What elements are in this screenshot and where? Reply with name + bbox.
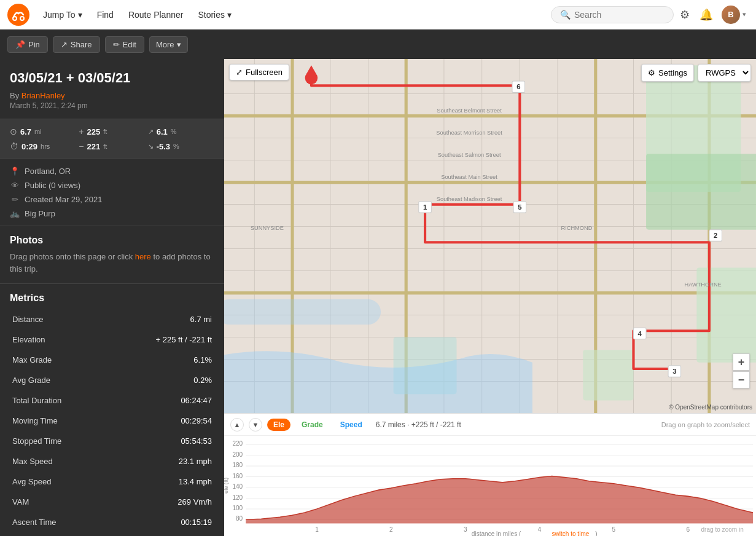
notifications-btn[interactable]: 🔔 <box>696 4 717 25</box>
metric-value: 269 Vm/h <box>106 492 213 511</box>
metric-label: Stopped Time <box>11 432 105 451</box>
more-button[interactable]: More ▾ <box>149 36 188 53</box>
metric-value: 00:14:35 <box>106 533 213 536</box>
settings-btn[interactable]: ⚙ <box>676 4 693 25</box>
navbar: Jump To ▾ Find Route Planner Stories ▾ 🔍… <box>0 0 756 30</box>
metrics-row: Elevation + 225 ft / -221 ft <box>11 330 213 349</box>
metric-value: 13.4 mph <box>106 472 213 491</box>
svg-point-0 <box>7 4 29 26</box>
svg-rect-43 <box>224 299 381 325</box>
svg-text:Southeast Main Street: Southeast Main Street <box>441 174 497 180</box>
metric-label: Ascent Time <box>11 513 105 532</box>
created-meta: ✏ Created Mar 29, 2021 <box>10 195 214 204</box>
metric-value: 05:54:53 <box>106 432 213 451</box>
metrics-row: Moving Time 00:29:54 <box>11 411 213 430</box>
main-content: 03/05/21 + 03/05/21 By BrianHanley March… <box>0 59 756 536</box>
avatar-btn[interactable]: B ▾ <box>719 3 749 26</box>
svg-text:180: 180 <box>232 462 243 468</box>
find-btn[interactable]: Find <box>91 6 120 23</box>
left-panel: 03/05/21 + 03/05/21 By BrianHanley March… <box>0 59 224 536</box>
trip-title: 03/05/21 + 03/05/21 <box>10 70 214 86</box>
elevation-stats: 6.7 miles · +225 ft / -221 ft <box>376 420 461 429</box>
svg-text:2: 2 <box>389 526 393 533</box>
map-top-right: ⚙ Settings RWGPS OSM Satellite <box>641 64 751 82</box>
zoom-out-button[interactable]: − <box>733 371 750 388</box>
search-container: 🔍 <box>551 6 674 23</box>
elevation-down-stat: − 221 ft <box>79 141 145 151</box>
map-settings-button[interactable]: ⚙ Settings <box>641 64 694 82</box>
elevation-chart[interactable]: 220 200 180 160 140 120 100 80 ele (ft) <box>224 436 756 536</box>
duration-stat: ⏱ 0:29 hrs <box>10 141 76 151</box>
svg-text:Southeast Salmon Street: Southeast Salmon Street <box>438 152 501 158</box>
fullscreen-button[interactable]: ⤢ Fullscreen <box>229 64 289 81</box>
metric-label: VAM <box>11 492 105 511</box>
pin-button[interactable]: 📌 Pin <box>7 36 48 53</box>
metric-label: Avg Grade <box>11 371 105 390</box>
toolbar: 📌 Pin ↗ Share ✏ Edit More ▾ <box>0 30 756 59</box>
ele-tab-grade[interactable]: Grade <box>295 419 329 431</box>
photos-title: Photos <box>10 235 214 246</box>
metrics-row: Ascent Time 00:15:19 <box>11 513 213 532</box>
photos-description: Drag photos onto this page or click here… <box>10 251 214 275</box>
svg-text:2: 2 <box>714 232 717 239</box>
svg-text:distance in miles (: distance in miles ( <box>472 530 521 536</box>
pin-icon: 📌 <box>15 40 25 49</box>
created-icon: ✏ <box>10 195 20 204</box>
metric-label: Distance <box>11 310 105 329</box>
metric-value: 0.2% <box>106 371 213 390</box>
route-planner-btn[interactable]: Route Planner <box>122 6 190 23</box>
bike-meta: 🚲 Big Purp <box>10 209 214 218</box>
map-style-select[interactable]: RWGPS OSM Satellite <box>698 64 751 82</box>
svg-text:Southeast Madison Street: Southeast Madison Street <box>437 196 502 202</box>
svg-text:6: 6 <box>516 83 520 90</box>
metric-value: 6.1% <box>106 350 213 369</box>
avatar: B <box>722 6 740 24</box>
svg-text:Southeast Morrison Street: Southeast Morrison Street <box>436 130 502 136</box>
ele-next-button[interactable]: ▼ <box>249 418 262 432</box>
svg-text:RICHMOND: RICHMOND <box>561 225 592 231</box>
svg-rect-41 <box>583 350 633 400</box>
metric-value: 00:15:19 <box>106 513 213 532</box>
svg-text:200: 200 <box>232 451 243 458</box>
map-container[interactable]: ⤢ Fullscreen ⚙ Settings RWGPS OSM Satell… <box>224 59 756 413</box>
chevron-down-icon: ▾ <box>742 10 746 18</box>
map-toolbar: ⤢ Fullscreen <box>229 64 289 81</box>
zoom-in-button[interactable]: + <box>733 353 750 371</box>
svg-text:): ) <box>595 530 597 536</box>
ele-prev-button[interactable]: ▲ <box>230 418 244 432</box>
ele-tab-speed[interactable]: Speed <box>334 419 368 431</box>
svg-text:3: 3 <box>672 368 676 375</box>
trip-date: March 5, 2021, 2:24 pm <box>10 101 214 110</box>
elevation-toolbar: ▲ ▼ Ele Grade Speed 6.7 miles · +225 ft … <box>224 414 756 436</box>
metric-label: Moving Time <box>11 411 105 430</box>
metric-value: 23.1 mph <box>106 452 213 471</box>
svg-text:6: 6 <box>686 526 690 533</box>
distance-icon: ⊙ <box>10 127 17 136</box>
share-button[interactable]: ↗ Share <box>53 36 100 53</box>
metric-label: Elevation <box>11 330 105 349</box>
search-input[interactable] <box>574 10 664 20</box>
metric-value: 06:24:47 <box>106 391 213 410</box>
metric-value: + 225 ft / -221 ft <box>106 330 213 349</box>
trip-header: 03/05/21 + 03/05/21 By BrianHanley March… <box>0 59 224 119</box>
author-link[interactable]: BrianHanley <box>21 91 65 100</box>
avg-grade-arrow: ↘ <box>148 143 154 151</box>
visibility-meta: 👁 Public (0 views) <box>10 181 214 190</box>
svg-text:1: 1 <box>315 526 319 533</box>
svg-text:3: 3 <box>464 526 467 533</box>
chevron-down-icon: ▾ <box>227 10 232 20</box>
metric-label: Max Grade <box>11 350 105 369</box>
right-panel: ⤢ Fullscreen ⚙ Settings RWGPS OSM Satell… <box>224 59 756 536</box>
stories-btn[interactable]: Stories ▾ <box>192 6 238 23</box>
metrics-table: Distance 6.7 mi Elevation + 225 ft / -22… <box>10 309 214 536</box>
max-grade-stat: ↗ 6.1 % <box>148 127 214 136</box>
edit-button[interactable]: ✏ Edit <box>105 36 144 53</box>
jump-to-btn[interactable]: Jump To ▾ <box>37 6 88 23</box>
ele-tab-elevation[interactable]: Ele <box>267 419 290 431</box>
elevation-hint: Drag on graph to zoom/select <box>661 421 750 428</box>
photos-here-link[interactable]: here <box>135 252 151 261</box>
chevron-down-icon: ▾ <box>78 10 82 20</box>
svg-text:160: 160 <box>232 473 243 479</box>
svg-text:drag to zoom in: drag to zoom in <box>701 526 743 533</box>
logo[interactable] <box>7 4 29 26</box>
